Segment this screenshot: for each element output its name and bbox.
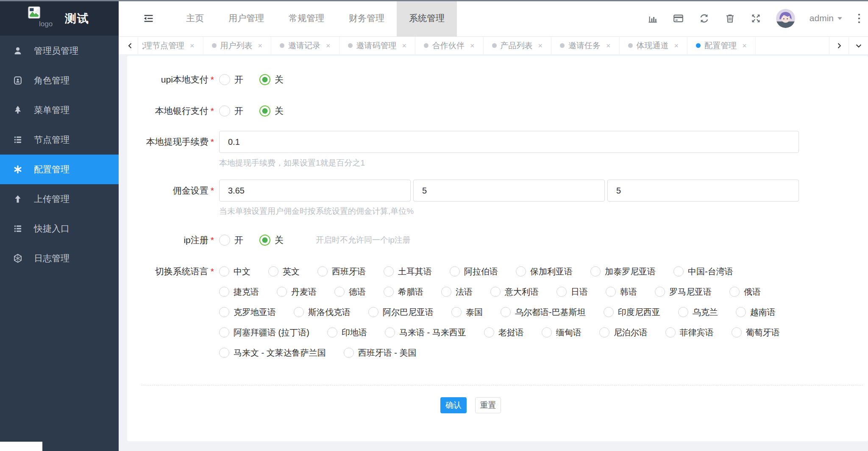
- language-radio-option[interactable]: 德语: [334, 286, 366, 298]
- language-radio-option[interactable]: 阿尔巴尼亚语: [368, 307, 434, 318]
- tab-close-icon[interactable]: ×: [326, 42, 331, 50]
- bar-chart-icon[interactable]: [647, 13, 658, 24]
- language-radio-option[interactable]: 英文: [268, 266, 300, 277]
- nav-menu-home[interactable]: 主页: [174, 0, 216, 36]
- language-radio-option[interactable]: 韩语: [606, 286, 637, 298]
- tab-dot: [628, 43, 633, 48]
- commission-input-3[interactable]: [607, 180, 799, 202]
- tab-close-icon[interactable]: ×: [674, 42, 679, 50]
- language-radio-option[interactable]: 中文: [219, 266, 250, 277]
- sidebar-item-quick[interactable]: 快捷入口: [0, 214, 119, 243]
- ip-register-off-radio[interactable]: 关: [259, 234, 284, 246]
- tab-invite-code[interactable]: 邀请码管理×: [339, 37, 416, 54]
- nav-menu-general[interactable]: 常规管理: [276, 0, 337, 36]
- tab-agent-node[interactable]: 代理节点管理×: [138, 37, 203, 54]
- nav-menu-finance[interactable]: 财务管理: [337, 0, 397, 36]
- tab-invite-task[interactable]: 邀请任务×: [551, 37, 620, 54]
- sidebar-item-upload[interactable]: 上传管理: [0, 184, 119, 214]
- sidebar-item-node[interactable]: 节点管理: [0, 125, 119, 155]
- language-radio-option[interactable]: 印地语: [327, 327, 367, 338]
- language-radio-option[interactable]: 马来语 - 马来西亚: [385, 327, 466, 338]
- language-radio-option[interactable]: 缅甸语: [542, 327, 581, 338]
- reset-button[interactable]: 重置: [475, 397, 501, 413]
- language-radio-option[interactable]: 乌克兰: [678, 307, 718, 318]
- list-icon: [13, 135, 23, 145]
- language-radio-option[interactable]: 马来文 - 文莱达鲁萨兰国: [219, 347, 326, 359]
- language-radio-option[interactable]: 土耳其语: [384, 266, 432, 277]
- language-radio-option[interactable]: 日语: [556, 286, 588, 298]
- language-radio-option[interactable]: 菲律宾语: [665, 327, 714, 338]
- tab-product-list[interactable]: 产品列表×: [484, 37, 552, 54]
- language-radio-option[interactable]: 希腊语: [384, 286, 423, 298]
- language-radio-option[interactable]: 阿塞拜疆语 (拉丁语): [219, 327, 309, 338]
- language-radio-option[interactable]: 葡萄牙语: [732, 327, 780, 338]
- language-radio-option[interactable]: 中国-台湾语: [673, 266, 733, 277]
- tab-withdraw-channel[interactable]: 体现通道×: [620, 37, 688, 54]
- language-radio-option[interactable]: 泰国: [451, 307, 483, 318]
- credit-card-icon[interactable]: [673, 13, 684, 24]
- sidebar-item-log[interactable]: 日志管理: [0, 243, 119, 273]
- sidebar-item-config[interactable]: 配置管理: [0, 155, 119, 184]
- language-radio-option[interactable]: 俄语: [729, 286, 761, 298]
- language-radio-option[interactable]: 乌尔都语-巴基斯坦: [501, 307, 586, 318]
- sidebar-item-menu[interactable]: 菜单管理: [0, 95, 119, 125]
- kebab-menu-icon[interactable]: [857, 13, 861, 24]
- tab-partner[interactable]: 合作伙伴×: [415, 37, 484, 54]
- radio-circle-icon: [673, 266, 684, 277]
- tabs-scroll-left-icon[interactable]: [122, 37, 138, 54]
- language-radio-option[interactable]: 意大利语: [490, 286, 539, 298]
- commission-input-2[interactable]: [413, 180, 605, 202]
- sidebar-item-admin[interactable]: 管理员管理: [0, 36, 119, 66]
- language-radio-option[interactable]: 西班牙语: [317, 266, 366, 277]
- tab-close-icon[interactable]: ×: [402, 42, 407, 50]
- language-radio-option[interactable]: 斯洛伐克语: [294, 307, 351, 318]
- language-radio-option[interactable]: 捷克语: [219, 286, 259, 298]
- language-radio-option[interactable]: 尼泊尔语: [599, 327, 648, 338]
- tab-close-icon[interactable]: ×: [538, 42, 543, 50]
- user-dropdown[interactable]: admin: [810, 13, 843, 23]
- language-radio-option[interactable]: 西班牙语 - 美国: [344, 347, 417, 359]
- tabs-scroll-right-icon[interactable]: [829, 37, 849, 54]
- bank-pay-on-radio[interactable]: 开: [219, 105, 243, 117]
- config-form-card: upi本地支付* 开 关 本地银行支付* 开: [127, 56, 868, 441]
- bank-pay-off-radio[interactable]: 关: [259, 105, 284, 117]
- language-radio-option[interactable]: 法语: [441, 286, 473, 298]
- tab-user-list[interactable]: 用户列表×: [203, 37, 272, 54]
- language-radio-option[interactable]: 印度尼西亚: [604, 307, 660, 318]
- tab-close-icon[interactable]: ×: [606, 42, 611, 50]
- ip-register-help: 开启时不允许同一个ip注册: [316, 235, 411, 246]
- nav-menu-user[interactable]: 用户管理: [216, 0, 276, 36]
- radio-checked-icon: [259, 74, 270, 85]
- local-withdraw-fee-input[interactable]: [219, 131, 799, 153]
- form-divider: [141, 385, 863, 385]
- trash-icon[interactable]: [724, 13, 736, 24]
- fullscreen-icon[interactable]: [750, 13, 762, 24]
- upi-pay-on-radio[interactable]: 开: [219, 74, 243, 86]
- language-radio-option[interactable]: 阿拉伯语: [450, 266, 498, 277]
- language-radio-option[interactable]: 丹麦语: [277, 286, 317, 298]
- confirm-button[interactable]: 确认: [440, 397, 467, 413]
- tab-close-icon[interactable]: ×: [190, 42, 195, 50]
- language-radio-option[interactable]: 老挝语: [484, 327, 524, 338]
- upi-pay-off-radio[interactable]: 关: [259, 74, 284, 86]
- sidebar-item-role[interactable]: 角色管理: [0, 66, 119, 95]
- language-radio-option[interactable]: 克罗地亚语: [219, 307, 276, 318]
- language-option-label: 西班牙语 - 美国: [358, 347, 417, 359]
- menu-fold-icon[interactable]: [143, 13, 154, 24]
- tab-config-mgmt[interactable]: 配置管理×: [687, 37, 756, 54]
- language-radio-option[interactable]: 越南语: [736, 307, 776, 318]
- user-avatar[interactable]: [776, 9, 795, 28]
- tab-close-icon[interactable]: ×: [470, 42, 475, 50]
- language-option-label: 德语: [349, 286, 366, 298]
- ip-register-on-radio[interactable]: 开: [219, 234, 243, 246]
- refresh-icon[interactable]: [698, 13, 710, 24]
- language-radio-option[interactable]: 保加利亚语: [516, 266, 573, 277]
- language-radio-option[interactable]: 加泰罗尼亚语: [590, 266, 656, 277]
- tabs-dropdown-icon[interactable]: [849, 37, 868, 54]
- tab-close-icon[interactable]: ×: [258, 42, 263, 50]
- nav-menu-system[interactable]: 系统管理: [397, 0, 457, 36]
- commission-input-1[interactable]: [219, 180, 411, 202]
- language-radio-option[interactable]: 罗马尼亚语: [655, 286, 712, 298]
- tab-close-icon[interactable]: ×: [742, 42, 747, 50]
- tab-invite-record[interactable]: 邀请记录×: [271, 37, 339, 54]
